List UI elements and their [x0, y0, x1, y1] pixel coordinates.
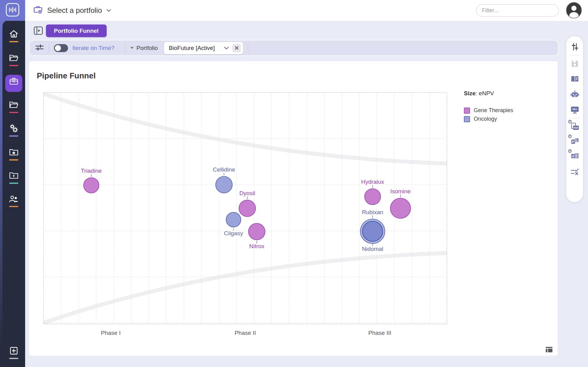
svg-text:X: X [572, 154, 574, 158]
header: Select a portfolio [0, 0, 588, 21]
close-icon [235, 46, 239, 50]
svg-text:PDF: PDF [573, 127, 578, 129]
users-icon [9, 194, 19, 204]
export-pdf-button[interactable]: PDF [568, 120, 581, 133]
bubble-triadine[interactable] [84, 178, 99, 193]
plot-svg: TriadineCellidineDyosilCilgasyNitroxHydr… [44, 93, 447, 324]
chevron-badge-icon [567, 119, 572, 125]
nav-accent [9, 112, 18, 113]
save-icon [571, 59, 579, 68]
assistant-button[interactable] [568, 88, 581, 101]
presentation-settings-button[interactable] [568, 103, 581, 116]
bubble-label: Nidomal [362, 246, 383, 252]
iterate-on-time-label: Iterate on Time? [72, 45, 114, 51]
portfolio-selector[interactable]: Select a portfolio [33, 0, 111, 21]
bubble-nidomal[interactable] [362, 221, 383, 241]
gears-icon [9, 123, 18, 134]
nav-accent [9, 41, 18, 42]
svg-text:P: P [572, 140, 574, 144]
user-avatar[interactable] [566, 2, 582, 20]
bubble-dyosil[interactable] [239, 200, 256, 217]
sidebar-item-files[interactable] [2, 100, 25, 119]
bubble-cilgasy[interactable] [226, 212, 241, 227]
app-logo[interactable] [0, 0, 25, 21]
run-checks-button[interactable] [568, 165, 581, 178]
sidebar-item-settings[interactable] [2, 123, 25, 143]
portfolio-briefcase-icon [33, 5, 43, 16]
size-legend-value: : eNPV [476, 90, 494, 96]
nav-accent [9, 159, 18, 161]
bubble-plot: TriadineCellidineDyosilCilgasyNitroxHydr… [44, 93, 447, 324]
adjustments-button[interactable] [568, 40, 581, 53]
bubble-nitrox[interactable] [248, 223, 265, 240]
panel-expand-icon [33, 26, 43, 36]
nav-accent [9, 65, 18, 66]
legend-label: Gene Therapies [474, 107, 513, 114]
book-icon [570, 75, 579, 83]
chevron-down-icon [224, 45, 229, 51]
funnel-curve [44, 253, 447, 323]
legend-item-oncology[interactable]: Oncology [464, 116, 537, 122]
portfolio-dropdown-label: Portfolio [136, 45, 158, 51]
sidebar-item-portfolios[interactable] [2, 76, 25, 96]
folder-open-icon [9, 53, 18, 63]
legend-swatch [464, 108, 470, 114]
portfolio-dropdown[interactable]: Portfolio [131, 45, 158, 51]
chart-card: Pipeline Funnel TriadineCellidineDyosilC… [29, 61, 558, 356]
sliders-icon [35, 44, 44, 52]
save-button[interactable] [568, 57, 581, 70]
chart-title: Pipeline Funnel [37, 71, 96, 81]
sidebar-item-quick-actions[interactable] [2, 170, 25, 190]
filter-bar: Iterate on Time? Portfolio BioFuture [Ac… [29, 40, 559, 56]
right-toolbar: PDF P [566, 36, 583, 202]
x-axis-label-3: Phase III [368, 330, 391, 336]
funnel-curve [44, 94, 447, 164]
export-excel-button[interactable]: X [568, 149, 581, 162]
bubble-label: Triadine [81, 168, 102, 174]
filter-input[interactable] [476, 4, 559, 17]
monitor-slider-icon [570, 105, 579, 114]
divider [49, 44, 49, 53]
portfolio-selector-label: Select a portfolio [47, 6, 102, 15]
report-book-button[interactable] [568, 73, 581, 85]
x-axis-label-2: Phase II [235, 330, 256, 336]
nav-accent [9, 135, 18, 137]
folder-star-icon [9, 147, 18, 157]
chevron-down-icon [106, 8, 111, 13]
layout-toggle-button[interactable] [545, 346, 553, 355]
bubble-isomine[interactable] [390, 198, 411, 218]
toggle-knob [55, 45, 61, 51]
sidebar-item-favorites[interactable] [2, 147, 25, 167]
plus-square-icon [9, 346, 18, 356]
robot-icon [570, 90, 579, 99]
portfolio-select[interactable]: BioFuture [Active] [164, 42, 243, 54]
filter-settings-button[interactable] [35, 44, 44, 52]
export-powerpoint-button[interactable]: P [568, 135, 581, 148]
divider [570, 118, 580, 118]
sidebar-item-users[interactable] [2, 194, 25, 213]
briefcase-icon [9, 76, 18, 86]
vertical-sliders-icon [571, 43, 579, 51]
chart-legend: Size: eNPV Gene Therapies Oncology [464, 90, 537, 122]
divider [248, 44, 248, 53]
sidebar-item-add[interactable] [2, 346, 25, 365]
nav-accent [9, 183, 18, 184]
iterate-on-time-toggle[interactable] [54, 44, 68, 52]
nav-accent [9, 358, 18, 359]
sidebar-item-projects[interactable] [2, 53, 25, 72]
layout-icon [545, 346, 553, 354]
sidebar-item-home[interactable] [2, 29, 25, 48]
legend-item-gene-therapies[interactable]: Gene Therapies [464, 107, 537, 114]
expand-panel-button[interactable] [32, 25, 44, 37]
bubble-label: Rubixan [362, 209, 383, 215]
bubble-cellidine[interactable] [216, 176, 232, 193]
portfolio-funnel-view-button[interactable]: Portfolio Funnel [46, 25, 107, 37]
legend-swatch [464, 116, 470, 122]
logo-bars-icon [6, 3, 20, 18]
divider [125, 44, 126, 53]
clear-portfolio-button[interactable] [232, 44, 241, 52]
x-axis-label-1: Phase I [101, 330, 120, 336]
chevron-badge-icon [567, 134, 572, 140]
bubble-hydralux[interactable] [365, 189, 381, 205]
bubble-label: Hydralux [361, 179, 384, 185]
